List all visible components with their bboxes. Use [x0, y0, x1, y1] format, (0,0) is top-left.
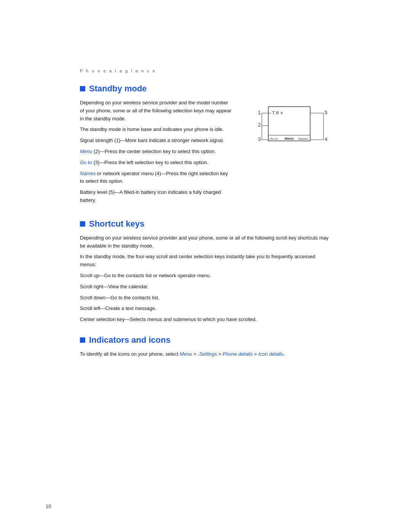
indicators-heading-text: Indicators and icons [89, 335, 170, 345]
shortcut-item-4: Scroll left—Create a text message. [80, 305, 331, 313]
standby-text-col: Depending on your wireless service provi… [80, 99, 232, 208]
standby-para5-rest: (3)—Press the left selection key to sele… [92, 160, 209, 165]
svg-text:2: 2 [258, 122, 261, 128]
shortcut-item-2: Scroll right—View the calendar. [80, 283, 331, 291]
shortcut-para1: Depending on your wireless service provi… [80, 234, 331, 250]
svg-text:Go to: Go to [270, 137, 278, 141]
standby-icon-square [80, 86, 85, 91]
menu-link: Menu [80, 149, 92, 154]
svg-text:≡: ≡ [280, 110, 283, 115]
svg-text:Names: Names [298, 137, 308, 141]
shortcut-item-5: Center selection key—Selects menus and s… [80, 316, 331, 324]
standby-para6: Names or network operator menu (4)—Press… [80, 170, 232, 186]
svg-text:4: 4 [325, 136, 327, 142]
indicators-para1-mid3: > [253, 351, 258, 357]
svg-text:5: 5 [325, 110, 327, 115]
indicators-phonedetails-link: Phone details [223, 351, 253, 357]
page-number: 10 [46, 503, 51, 509]
svg-text:Menu: Menu [285, 137, 294, 141]
indicators-section: Indicators and icons To identify all the… [80, 335, 331, 358]
content-area: P h o n e a t a g l a n c e Standby mode… [34, 0, 377, 400]
svg-text:ill: ill [276, 110, 279, 115]
shortcut-para2: In the standby mode, the four-way scroll… [80, 253, 331, 269]
indicators-para1-mid1: > . [192, 351, 199, 357]
indicators-para1-suffix: . [283, 351, 285, 357]
standby-para5: Go to (3)—Press the left selection key t… [80, 159, 232, 167]
names-link: Names [80, 171, 96, 176]
standby-heading-text: Standby mode [89, 84, 147, 94]
page: P h o n e a t a g l a n c e Standby mode… [0, 0, 411, 532]
standby-para2: The standby mode is home base and indica… [80, 126, 232, 134]
shortcut-heading-text: Shortcut keys [89, 219, 145, 229]
standby-para4: Menu (2)—Press the center selection key … [80, 148, 232, 156]
indicators-para1-mid2: > [217, 351, 223, 357]
shortcut-heading: Shortcut keys [80, 219, 331, 229]
shortcut-item-3: Scroll down—Go to the contacts list. [80, 294, 331, 302]
indicators-menu-link: Menu [180, 351, 192, 357]
indicators-para1: To identify all the icons on your phone,… [80, 350, 331, 358]
indicators-settings-link: Settings [199, 351, 217, 357]
page-label: P h o n e a t a g l a n c e [80, 69, 331, 73]
goto-link: Go to [80, 160, 92, 165]
standby-diagram: T . ill ≡ Go to Menu Names [247, 103, 331, 154]
standby-para6-rest: or network operator menu (4)—Press the r… [80, 171, 228, 184]
phone-diagram-svg: T . ill ≡ Go to Menu Names [251, 103, 331, 154]
standby-layout: Depending on your wireless service provi… [80, 99, 331, 208]
indicators-icon-square [80, 337, 85, 343]
standby-para1: Depending on your wireless service provi… [80, 99, 232, 123]
indicators-heading: Indicators and icons [80, 335, 331, 345]
svg-text:T: T [272, 110, 275, 115]
standby-heading: Standby mode [80, 84, 331, 94]
indicators-para1-prefix: To identify all the icons on your phone,… [80, 351, 180, 357]
standby-para4-rest: (2)—Press the center selection key to se… [92, 149, 216, 154]
shortcut-section: Shortcut keys Depending on your wireless… [80, 219, 331, 324]
svg-text:3: 3 [258, 136, 261, 142]
standby-para3: Signal strength (1)—More bars indicate a… [80, 137, 232, 145]
shortcut-item-1: Scroll up—Go to the contacts list or net… [80, 272, 331, 280]
svg-text:1: 1 [258, 110, 261, 115]
shortcut-icon-square [80, 221, 85, 227]
indicators-icondetails-link: Icon details [258, 351, 284, 357]
standby-para7: Battery level (5)—A filled-in battery ic… [80, 189, 232, 204]
standby-section: Standby mode Depending on your wireless … [80, 84, 331, 208]
